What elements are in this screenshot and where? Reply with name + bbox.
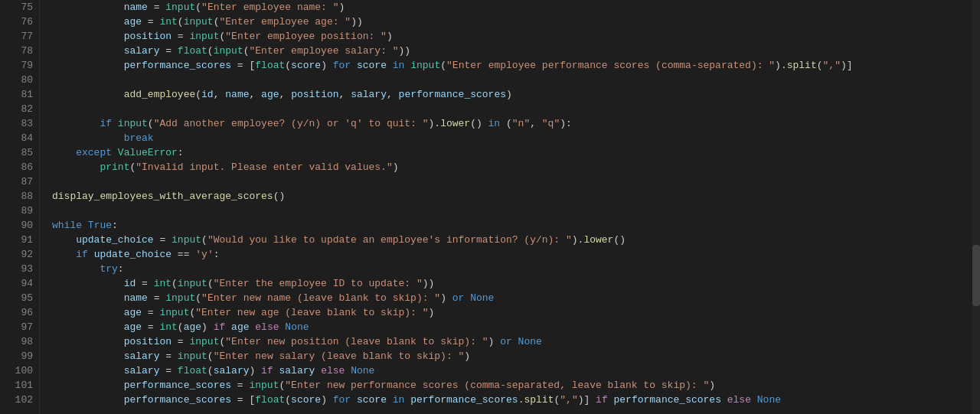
token: else [321,365,345,377]
token: name [124,292,148,304]
token: else [727,394,751,406]
line-number: 78 [0,44,33,58]
token: "n" [512,118,530,129]
token: age [124,307,142,318]
code-line: except ValueError: [52,145,980,160]
token: in [393,60,405,71]
token: , [387,89,399,100]
code-line: add_employee(id, name, age, position, sa… [52,87,980,102]
token: name [225,89,249,100]
token [88,249,94,260]
code-line [52,102,980,116]
token [52,16,124,28]
token: performance_scores [124,394,231,406]
token [464,292,470,304]
token: lower [440,118,470,129]
token: "Enter new performance scores (comma-sep… [285,380,709,391]
line-number: 80 [0,73,33,87]
token: input [189,31,219,42]
code-line: salary = input("Enter new salary (leave … [52,349,980,363]
token: int [154,278,172,289]
token [52,380,124,391]
token: )) [423,278,435,289]
token: "Enter new position (leave blank to skip… [225,336,488,347]
token [52,60,124,71]
line-number: 82 [0,102,33,116]
token [351,60,357,71]
token: else [255,321,279,333]
token [512,336,518,347]
line-number: 85 [0,145,33,160]
token [52,263,100,275]
code-line: performance_scores = [float(score) for s… [52,393,980,407]
line-number: 98 [0,334,33,349]
token: = [172,336,189,347]
code-line: break [52,131,980,145]
token: if [76,249,88,260]
scrollbar[interactable] [972,0,980,414]
token: = [159,45,177,57]
line-number: 97 [0,320,33,334]
code-line: name = input("Enter employee name: ") [52,0,980,15]
code-line: display_employees_with_average_scores() [52,189,980,204]
token: float [255,394,285,406]
token: input [189,336,219,347]
token: input [178,278,207,289]
token: ) [506,89,512,100]
line-number: 95 [0,291,33,305]
token: = [148,292,165,304]
token [608,394,614,406]
token: ( [195,89,201,100]
token [52,365,124,377]
code-line: salary = float(input("Enter employee sal… [52,44,980,58]
code-line: performance_scores = [float(score) for s… [52,58,980,73]
token: , [339,89,351,100]
token [52,350,124,362]
token: input [410,60,440,71]
token: : [112,220,118,231]
token [82,220,88,231]
token: or [452,292,465,304]
token: age [261,89,279,100]
token: or [500,336,512,347]
token: ) [393,161,399,173]
token: ). [572,234,584,246]
code-line: if input("Add another employee? (y/n) or… [52,116,980,131]
token: ( [500,118,512,129]
token: "Enter employee age: " [219,16,351,28]
code-line: position = input("Enter new position (le… [52,334,980,349]
code-line: if update_choice == 'y': [52,247,980,262]
token [721,394,727,406]
token: float [255,60,285,71]
token: ) [249,365,261,377]
code-area[interactable]: name = input("Enter employee name: ") ag… [40,0,980,414]
token [315,365,321,377]
token [52,278,124,289]
line-number: 86 [0,160,33,174]
token: for [333,60,351,71]
token [52,249,76,260]
line-number: 84 [0,131,33,145]
token: "q" [542,118,560,129]
token: salary [124,350,160,362]
token: ( [207,45,214,57]
token [273,365,279,377]
token: 'y' [195,249,213,260]
token: = [159,350,177,362]
line-numbers: 7576777879808182838485868788899091929394… [0,0,40,414]
token: )) [399,45,411,57]
token: ( [207,365,214,377]
code-line: age = int(input("Enter employee age: ")) [52,15,980,29]
code-line: name = input("Enter new name (leave blan… [52,291,980,305]
token: name [124,2,148,13]
token: input [159,307,189,318]
token: ValueError [118,147,178,158]
token: "Enter employee position: " [225,31,387,42]
token: None [285,321,309,333]
token: update_choice [76,234,153,246]
token: ) [321,394,333,406]
token: ( [440,60,446,71]
token: score [291,60,321,71]
token: ) [429,307,435,318]
scrollbar-thumb[interactable] [972,245,980,306]
